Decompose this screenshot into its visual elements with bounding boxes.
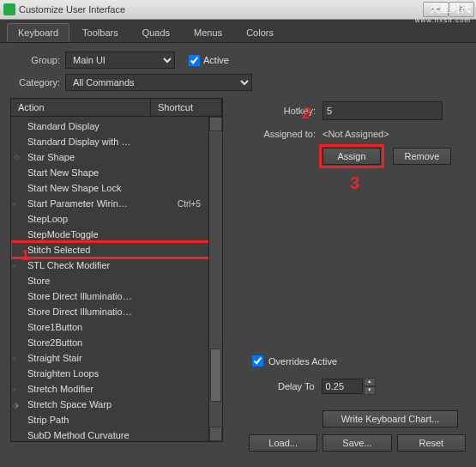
item-label: Straighten Loops — [27, 368, 178, 379]
list-item[interactable]: Start New Shape — [11, 165, 222, 180]
box-icon — [13, 353, 25, 363]
star-icon — [13, 152, 25, 162]
item-label: Stretch Modifier — [27, 384, 178, 394]
tab-bar: KeyboardToolbarsQuadsMenusColors — [0, 20, 476, 43]
write-chart-button[interactable]: Write Keyboard Chart... — [322, 410, 458, 428]
save-button[interactable]: Save... — [322, 434, 391, 452]
list-item[interactable]: STL Check Modifier — [11, 258, 222, 273]
item-label: Start New Shape Lock — [27, 183, 178, 193]
category-select[interactable]: All Commands — [65, 74, 252, 91]
reset-button[interactable]: Reset — [397, 434, 466, 452]
annotation-3: 3 — [350, 173, 359, 193]
blank-icon — [13, 368, 25, 379]
scroll-up-button[interactable] — [209, 117, 222, 131]
item-label: Store Direct Illuminatio… — [27, 306, 178, 317]
item-label: STL Check Modifier — [27, 260, 178, 270]
list-item[interactable]: SubD Method Curvature — [11, 428, 222, 442]
list-item[interactable]: Start New Shape Lock — [11, 180, 222, 196]
item-label: Store Direct Illuminatio… — [27, 291, 178, 301]
delay-label: Delay To — [278, 381, 315, 391]
blank-icon — [13, 136, 25, 147]
blank-icon — [13, 276, 25, 286]
item-label: Stitch Selected — [27, 245, 178, 255]
item-label: Standard Display with … — [27, 136, 178, 147]
scroll-thumb[interactable] — [210, 349, 221, 402]
list-item[interactable]: Stretch Modifier — [11, 381, 222, 397]
box-icon — [13, 198, 25, 209]
delay-input[interactable] — [322, 379, 363, 394]
list-item[interactable]: Star Shape — [11, 149, 222, 165]
list-item[interactable]: Stitch Selected — [11, 242, 222, 258]
item-label: Star Shape — [27, 152, 178, 162]
action-list[interactable]: Standard DisplayStandard Display with …S… — [10, 116, 223, 442]
item-label: Start New Shape — [27, 167, 178, 178]
titlebar: Customize User Interface — [0, 0, 476, 20]
item-label: Stretch Space Warp — [27, 399, 178, 409]
watermark: 火星时代 www.hxsd.com — [415, 2, 471, 24]
header-shortcut[interactable]: Shortcut — [151, 99, 222, 116]
tab-quads[interactable]: Quads — [131, 23, 181, 42]
blank-icon — [13, 337, 25, 348]
list-item[interactable]: StepModeToggle — [11, 227, 222, 242]
blank-icon — [13, 322, 25, 332]
item-label: SubD Method Curvature — [27, 430, 178, 440]
spin-down-button[interactable]: ▼ — [364, 386, 376, 395]
annotation-2: 2 — [302, 105, 310, 123]
blank-icon — [13, 183, 25, 193]
item-label: Store2Button — [27, 337, 178, 348]
item-label: Strip Path — [27, 415, 178, 425]
load-button[interactable]: Load... — [249, 434, 317, 452]
annotation-1: 1 — [21, 248, 29, 264]
list-item[interactable]: Store Direct Illuminatio… — [11, 304, 222, 319]
group-select[interactable]: Main UI — [65, 52, 175, 69]
item-label: Store — [27, 276, 178, 286]
list-item[interactable]: Store — [11, 273, 222, 288]
warp-icon — [13, 399, 25, 409]
list-item[interactable]: Strip Path — [11, 412, 222, 428]
active-checkbox-input[interactable] — [189, 55, 200, 66]
category-label: Category: — [10, 77, 60, 88]
tab-colors[interactable]: Colors — [235, 23, 285, 42]
group-label: Group: — [10, 55, 60, 65]
scroll-down-button[interactable] — [209, 427, 222, 441]
list-item[interactable]: Standard Display — [11, 118, 222, 134]
overrides-checkbox[interactable] — [252, 355, 263, 367]
blank-icon — [13, 121, 25, 131]
list-item[interactable]: Straight Stair — [11, 350, 222, 366]
assign-button[interactable]: Assign — [322, 148, 381, 165]
scrollbar[interactable] — [208, 117, 222, 441]
item-label: Standard Display — [27, 121, 178, 131]
list-item[interactable]: Store2Button — [11, 335, 222, 350]
list-item[interactable]: Store Direct Illuminatio… — [11, 288, 222, 304]
list-header: Action Shortcut — [10, 98, 223, 116]
active-checkbox[interactable]: Active — [185, 52, 229, 69]
app-icon — [3, 3, 15, 15]
item-label: StepLoop — [27, 214, 178, 224]
tab-keyboard[interactable]: Keyboard — [7, 23, 69, 42]
window-title: Customize User Interface — [19, 4, 125, 15]
tab-toolbars[interactable]: Toolbars — [71, 23, 130, 42]
spin-up-button[interactable]: ▲ — [364, 378, 376, 386]
item-label: Start Parameter Wirin… — [27, 198, 178, 209]
blank-icon — [13, 306, 25, 317]
box-icon — [13, 384, 25, 394]
overrides-label: Overrides Active — [268, 356, 337, 367]
item-label: Straight Stair — [27, 353, 178, 363]
blank-icon — [13, 167, 25, 178]
list-item[interactable]: Standard Display with … — [11, 134, 222, 149]
blank-icon — [13, 430, 25, 440]
list-item[interactable]: Stretch Space Warp — [11, 397, 222, 412]
assigned-label: Assigned to: — [249, 129, 316, 139]
remove-button[interactable]: Remove — [393, 148, 451, 165]
hotkey-input[interactable] — [322, 101, 443, 120]
tab-menus[interactable]: Menus — [183, 23, 233, 42]
item-label: Store1Button — [27, 322, 178, 332]
list-item[interactable]: Straighten Loops — [11, 366, 222, 381]
list-item[interactable]: StepLoop — [11, 211, 222, 227]
blank-icon — [13, 415, 25, 425]
list-item[interactable]: Start Parameter Wirin…Ctrl+5 — [11, 196, 222, 211]
list-item[interactable]: Store1Button — [11, 319, 222, 335]
header-action[interactable]: Action — [11, 99, 151, 116]
blank-icon — [13, 229, 25, 240]
item-label: StepModeToggle — [27, 229, 178, 240]
